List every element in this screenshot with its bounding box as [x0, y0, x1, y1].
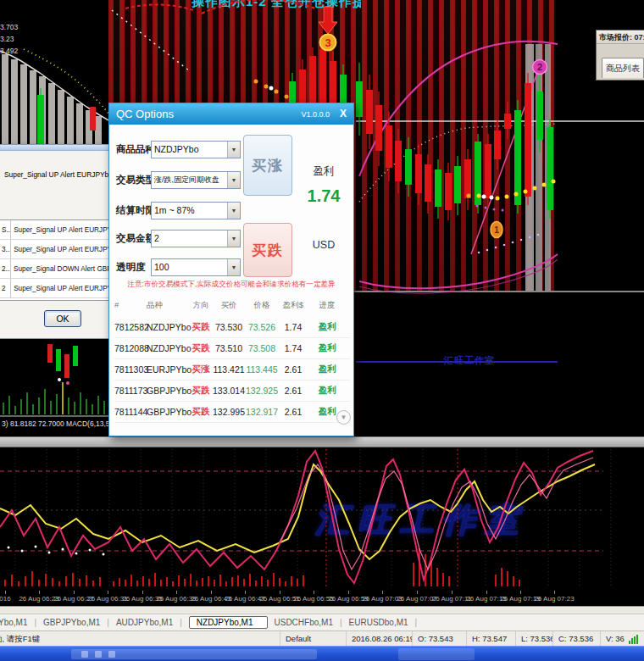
order-symbol: NZDJPYbo [147, 322, 189, 332]
trade-type-select[interactable]: 涨/跌,固定间期收盘 ▼ [151, 171, 241, 189]
close-icon[interactable]: X [340, 108, 347, 119]
status-bar: 助, 请按F1键 Default 2016.08.26 06:19 O: 73.… [0, 630, 644, 646]
taskbar-icon[interactable] [108, 651, 115, 658]
chevron-down-icon[interactable]: ▼ [227, 259, 240, 275]
order-row[interactable]: 7812582 NZDJPYbo 买跌 73.530 73.526 1.74 盈… [114, 317, 350, 338]
status-datetime: 2016.08.26 06:19 [346, 631, 412, 647]
alert-list-item[interactable]: 2 Super_Signal UP Alert EURJPYbo or [0, 279, 110, 298]
tab-chart-1[interactable]: GBPJPYbo,M1 [40, 617, 113, 628]
order-profit: 1.74 [279, 322, 308, 332]
taskbar-window-button[interactable] [398, 648, 475, 660]
expiry-label: 结算时限 [116, 204, 155, 217]
alert-list-item[interactable]: 3... Super_Signal UP Alert EURJPYbo or [0, 240, 110, 259]
order-row[interactable]: 7811303 EURJPYbo 买涨 113.421 113.445 2.61… [114, 359, 350, 380]
taskbar-icon[interactable] [95, 651, 102, 658]
amount-value: 2 [154, 233, 226, 243]
chevron-down-icon[interactable]: ▼ [227, 203, 240, 219]
tab-symbol-list[interactable]: 商品列表 [602, 58, 644, 78]
buy-up-button[interactable]: 买涨 [243, 135, 292, 196]
order-id: 7811173 [114, 386, 147, 396]
status-help-text: 助, 请按F1键 [0, 634, 40, 645]
order-direction: 买跌 [189, 321, 213, 333]
status-volume: V: 36 [600, 631, 627, 647]
order-symbol: EURJPYbo [147, 364, 189, 375]
tab-chart-2[interactable]: AUDJPYbo,M1 [113, 617, 186, 628]
chevron-down-icon[interactable]: ▼ [227, 172, 240, 188]
col-header: # [114, 300, 147, 311]
order-id: 7811303 [114, 364, 147, 375]
chevron-down-icon[interactable]: ▼ [227, 142, 240, 158]
alert-item-prefix: 2... [0, 259, 11, 278]
left-pane-dotted-ma [24, 49, 108, 114]
tab-chart-active[interactable]: NZDJPYbo,M1 [189, 616, 268, 629]
alert-item-prefix: S... [0, 220, 11, 239]
time-axis-label: 26 Aug 07:23 [532, 595, 576, 603]
alert-item-text: Super_Signal DOWN Alert GBPJPYb [11, 265, 110, 273]
status-close: C: 73.536 [552, 631, 600, 647]
order-symbol: NZDJPYbo [147, 343, 189, 353]
chevron-down-icon[interactable]: ▼ [227, 231, 240, 247]
order-symbol: GBPJPYbo [147, 407, 189, 417]
trade-type-label: 交易类型 [116, 174, 155, 186]
buy-down-button[interactable]: 买跌 [243, 223, 292, 277]
expiry-select[interactable]: 1m ~ 87% ▼ [151, 202, 241, 219]
alert-item-text: Super_Signal UP Alert EURJPYbo or [11, 246, 110, 253]
profit-label: 盈利 [297, 164, 350, 179]
order-price: 132.925 [245, 386, 279, 396]
orders-table: 7812582 NZDJPYbo 买跌 73.530 73.526 1.74 盈… [109, 317, 353, 423]
col-header: 盈利$ [279, 300, 308, 311]
alert-list-item[interactable]: 2... Super_Signal DOWN Alert GBPJPYb [0, 259, 110, 279]
order-profit: 2.61 [279, 386, 308, 396]
order-price: 113.445 [245, 364, 279, 375]
order-row[interactable]: 7812088 NZDJPYbo 买跌 73.510 73.508 1.74 盈… [114, 338, 350, 359]
expiry-value: 1m ~ 87% [154, 205, 226, 215]
opacity-select[interactable]: 100 ▼ [151, 258, 241, 276]
order-id: 7811144 [114, 407, 147, 417]
horizontal-scrollbar[interactable] [0, 606, 644, 614]
tab-chart-5[interactable]: EURUSDbo,M1 [346, 617, 421, 628]
window-splitter[interactable] [0, 436, 644, 447]
alert-item-text: Super_Signal UP Alert EURJPYbo or [11, 226, 110, 234]
tab-chart-0[interactable]: Ybo,M1 [0, 617, 40, 628]
price-label: 3.23 [0, 35, 14, 43]
col-header: 进度 [308, 300, 347, 311]
status-high: H: 73.547 [466, 631, 515, 647]
dialog-titlebar[interactable]: QC Options V1.0.0.0 X [109, 103, 353, 125]
order-id: 7812088 [114, 343, 147, 353]
price-label: 3.703 [0, 23, 18, 31]
order-price: 73.526 [245, 322, 279, 332]
col-header: 买价 [213, 300, 245, 311]
order-direction: 买跌 [189, 342, 213, 354]
status-open: O: 73.543 [412, 631, 466, 647]
alert-list-item[interactable]: S... Super_Signal UP Alert EURJPYbo or [0, 220, 110, 240]
indicator-white-dots [8, 546, 105, 556]
scroll-down-icon[interactable]: ▼ [336, 410, 351, 425]
order-direction: 买跌 [189, 406, 213, 418]
taskbar-icon[interactable] [81, 651, 88, 658]
alert-item-text: Super_Signal UP Alert EURJPYbo or [11, 285, 110, 292]
order-row[interactable]: 7811144 GBPJPYbo 买跌 132.995 132.917 2.61… [114, 402, 350, 423]
ok-button[interactable]: OK [44, 310, 81, 327]
time-axis: 016 26 Aug 06:23 26 Aug 06:27 26 Aug 06:… [0, 595, 644, 606]
currency-label: USD [297, 239, 350, 251]
symbol-select[interactable]: NZDJPYbo ▼ [151, 141, 241, 158]
os-taskbar[interactable] [0, 646, 644, 661]
indicator-red-spikes [5, 548, 519, 586]
symbol-label: 商品品种 [116, 143, 155, 156]
status-low: L: 73.536 [515, 631, 552, 647]
order-status: 盈利 [308, 364, 347, 375]
order-status: 盈利 [308, 385, 347, 397]
order-status: 盈利 [308, 321, 347, 333]
opacity-label: 透明度 [116, 261, 146, 274]
col-header: 方向 [189, 300, 213, 311]
trading-platform-screen: 汇旺工作室 汇旺工作室 操作图示1-2 全仓开仓操作提示 [0, 0, 644, 661]
order-buy-price: 73.530 [213, 322, 245, 332]
tab-chart-4[interactable]: USDCHFbo,M1 [271, 617, 346, 628]
market-watch-title: 市场报价: 07:2 [597, 31, 644, 44]
order-row[interactable]: 7811173 GBPJPYbo 买跌 133.014 132.925 2.61… [114, 380, 350, 402]
amount-select[interactable]: 2 ▼ [151, 230, 241, 247]
alert-titlebar[interactable] [0, 145, 109, 151]
order-symbol: GBPJPYbo [147, 386, 189, 396]
chart-tab-bar: Ybo,M1 GBPJPYbo,M1 AUDJPYbo,M1 NZDJPYbo,… [0, 614, 644, 630]
opacity-value: 100 [154, 262, 226, 272]
